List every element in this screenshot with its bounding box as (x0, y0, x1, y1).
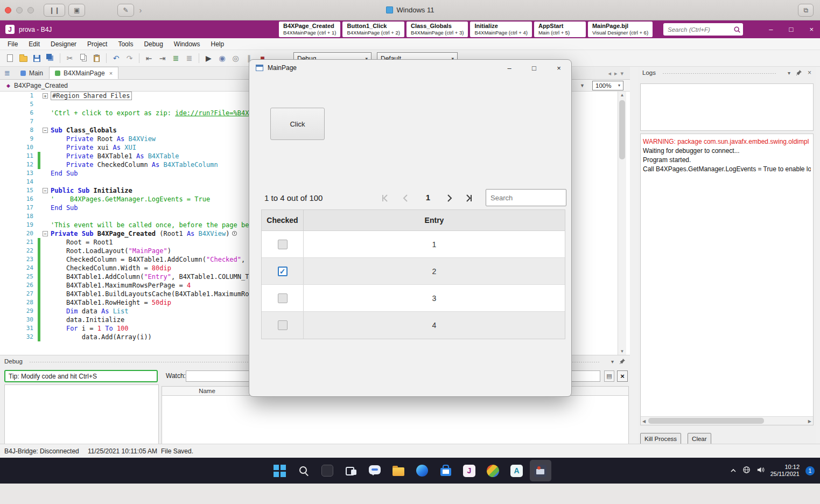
vm-snapshot-button[interactable]: ▣ (68, 4, 85, 17)
tab-main[interactable]: Main (15, 67, 49, 79)
scroll-right-icon[interactable]: ▶ (808, 419, 811, 424)
pin-icon[interactable] (619, 358, 626, 365)
logs-output-box[interactable]: WARNING: package com.sun.javafx.embed.sw… (640, 134, 814, 425)
b4x-ball-button[interactable] (482, 460, 504, 481)
fold-toggle-icon[interactable]: − (43, 188, 48, 193)
last-page-button[interactable] (462, 192, 475, 205)
evaluate-icon[interactable]: ▤ (604, 370, 614, 382)
pin-icon[interactable] (796, 69, 802, 76)
file-explorer-button[interactable] (388, 460, 409, 481)
bookmark-tab-3[interactable]: Class_GlobalsB4XMainPage (ctrl + 3) (407, 22, 468, 37)
vm-close-button[interactable] (5, 7, 11, 13)
menu-windows[interactable]: Windows (169, 38, 206, 50)
run-icon[interactable]: ▶ (202, 52, 215, 65)
b4a-app-button[interactable]: A (506, 460, 528, 481)
paste-icon[interactable] (90, 52, 103, 65)
ide-maximize-button[interactable]: □ (789, 25, 794, 33)
previous-page-button[interactable] (399, 192, 412, 205)
scrollbar-thumb[interactable] (648, 418, 764, 424)
indent-icon[interactable]: ⇥ (156, 52, 169, 65)
start-button[interactable] (269, 460, 291, 481)
undo-icon[interactable]: ↶ (109, 52, 123, 65)
copy-icon[interactable] (76, 52, 90, 65)
fold-toggle-icon[interactable]: − (43, 231, 48, 236)
table-search-input[interactable] (486, 189, 566, 206)
vm-minimize-button[interactable] (16, 7, 23, 13)
bookmark-tab-2[interactable]: Button1_ClickB4XMainPage (ctrl + 2) (342, 22, 404, 37)
bookmark-tab-4[interactable]: InitializeB4XMainPage (ctrl + 4) (470, 22, 531, 37)
b4j-app-button[interactable]: J (459, 460, 480, 481)
menu-project[interactable]: Project (82, 38, 113, 50)
running-app-button[interactable] (530, 460, 551, 481)
store-button[interactable] (435, 460, 457, 481)
bookmark-tab-1[interactable]: B4XPage_CreatedB4XMainPage (ctrl + 1) (279, 22, 340, 37)
tray-chevron-icon[interactable] (730, 467, 737, 474)
scroll-left-icon[interactable]: ◀ (642, 419, 646, 424)
sub-dropdown-icon[interactable]: ▼ (580, 83, 585, 88)
ide-search-box[interactable] (663, 23, 743, 36)
editor-vertical-scrollbar[interactable]: ▲ ▼ (618, 92, 626, 355)
collapse-icon[interactable]: ▾ (611, 359, 614, 365)
redo-icon[interactable]: ↷ (123, 52, 136, 65)
app-titlebar[interactable]: MainPage – □ × (249, 60, 571, 76)
row-checkbox[interactable] (278, 293, 288, 303)
scrollbar-thumb[interactable] (619, 100, 625, 159)
zoom-select[interactable]: 100%▾ (592, 81, 623, 90)
volume-icon[interactable] (756, 466, 765, 475)
dark-app-button[interactable] (317, 460, 338, 481)
menu-tools[interactable]: Tools (113, 38, 138, 50)
network-icon[interactable] (742, 466, 751, 475)
vm-expand-icon[interactable]: › (139, 5, 142, 15)
modules-list-icon[interactable]: ≣ (4, 69, 10, 77)
cut-icon[interactable]: ✂ (63, 52, 76, 65)
app-close-button[interactable]: × (546, 60, 571, 76)
ide-close-button[interactable]: × (809, 25, 814, 33)
comment-icon[interactable]: ≣ (169, 52, 183, 65)
row-checkbox[interactable] (278, 240, 288, 249)
clear-logs-button[interactable]: Clear (688, 433, 711, 445)
ide-minimize-button[interactable]: – (769, 25, 773, 33)
bookmark-tab-5[interactable]: AppStartMain (ctrl + 5) (534, 22, 586, 37)
first-page-button[interactable] (379, 192, 391, 205)
vm-zoom-button[interactable] (27, 7, 34, 13)
tab-b4xmainpage[interactable]: B4XMainPage × (49, 67, 118, 79)
clear-watch-button[interactable]: × (617, 370, 628, 382)
notification-badge[interactable]: 1 (805, 466, 815, 475)
fold-toggle-icon[interactable]: − (43, 128, 48, 133)
search-button[interactable] (293, 460, 314, 481)
app-minimize-button[interactable]: – (497, 60, 522, 76)
tab-scroll-arrows[interactable]: ◂▸▾ (608, 70, 627, 77)
open-project-icon[interactable] (17, 52, 30, 65)
scroll-up-icon[interactable]: ▲ (618, 93, 626, 97)
vm-pause-button[interactable]: ❙❙ (44, 4, 65, 17)
menu-edit[interactable]: Edit (23, 38, 45, 50)
save-icon[interactable] (30, 52, 44, 65)
row-checkbox[interactable]: ✓ (278, 267, 288, 276)
menu-debug[interactable]: Debug (138, 38, 168, 50)
clock[interactable]: 10:12 25/11/2021 (770, 464, 800, 478)
close-tab-icon[interactable]: × (109, 70, 113, 76)
logs-filter-box[interactable] (640, 83, 814, 131)
app-maximize-button[interactable]: □ (522, 60, 546, 76)
new-file-icon[interactable] (3, 52, 17, 65)
table-row-4[interactable]: 4 (262, 312, 565, 339)
collapse-icon[interactable]: ▾ (788, 70, 790, 76)
scroll-down-icon[interactable]: ▼ (618, 349, 626, 354)
chat-button[interactable] (364, 460, 386, 481)
menu-help[interactable]: Help (206, 38, 230, 50)
compile-icon[interactable]: ◉ (215, 52, 229, 65)
menu-designer[interactable]: Designer (45, 38, 82, 50)
vm-display-button[interactable]: ⧉ (798, 4, 814, 17)
logs-horizontal-scrollbar[interactable]: ◀ ▶ (641, 416, 813, 425)
click-button[interactable]: Click (270, 108, 325, 140)
task-view-button[interactable] (340, 460, 362, 481)
bookmark-tab-6[interactable]: MainPage.bjlVisual Designer (ctrl + 6) (588, 22, 653, 37)
kill-process-button[interactable]: Kill Process (640, 433, 681, 445)
outdent-icon[interactable]: ⇤ (142, 52, 156, 65)
save-all-icon[interactable] (44, 52, 57, 65)
table-row-2[interactable]: ✓2 (262, 258, 565, 285)
edge-button[interactable] (411, 460, 433, 481)
panel-grip[interactable] (662, 72, 776, 74)
table-row-3[interactable]: 3 (262, 285, 565, 312)
vm-tools-button[interactable]: ✎ (117, 4, 134, 17)
